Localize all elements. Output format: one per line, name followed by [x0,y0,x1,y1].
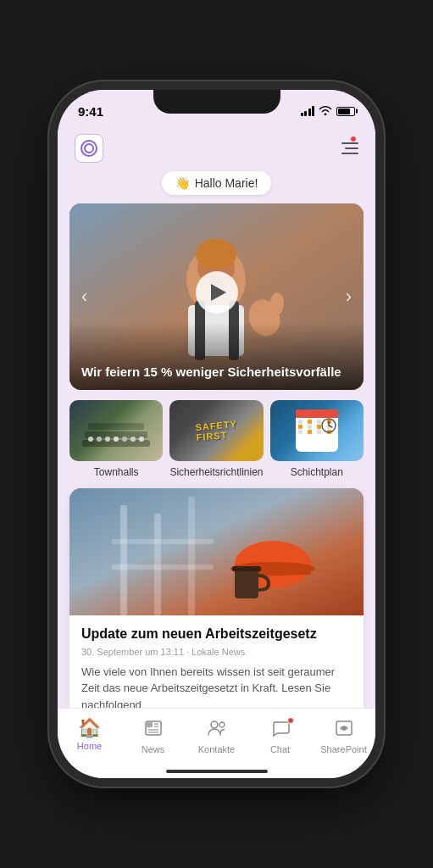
svg-point-15 [114,437,119,442]
app-logo [75,134,103,163]
news-icon [144,719,163,741]
svg-point-39 [211,721,218,728]
svg-point-13 [97,437,102,442]
greeting-bar: 👋 Hallo Marie! [58,166,375,203]
svg-point-8 [270,292,284,314]
svg-point-18 [139,437,144,442]
safety-text: SAFETYFIRST [195,419,238,442]
notification-dot [350,136,357,142]
tab-home[interactable]: 🏠 Home [58,715,121,754]
app-content[interactable]: 👋 Hallo Marie! [58,127,375,708]
sharepoint-icon [334,719,354,741]
quick-link-townhalls[interactable]: Townhalls [69,400,163,478]
hero-section[interactable]: ‹ › Wir feiern 15 % weniger Sicherheitsv… [69,203,364,390]
svg-point-40 [219,722,225,727]
svg-rect-25 [188,497,195,615]
menu-line [345,147,358,149]
svg-point-14 [105,437,110,442]
chat-badge-dot [287,717,294,724]
tab-news-label: News [142,744,165,754]
wifi-icon [319,105,332,118]
hero-prev-button[interactable]: ‹ [73,277,96,316]
contacts-icon [207,719,227,741]
logo-circle-icon [80,140,97,157]
menu-line [341,153,358,154]
signal-icon [301,106,315,116]
svg-rect-27 [112,565,214,570]
menu-button[interactable] [330,134,358,163]
chat-icon [270,721,291,742]
notch [153,90,280,114]
svg-rect-26 [112,539,214,544]
hero-next-button[interactable]: › [337,277,360,316]
svg-point-17 [130,437,136,442]
svg-point-12 [88,437,93,442]
quick-link-safety[interactable]: SAFETYFIRST Sicherheitsrichtlinien [169,400,263,478]
svg-rect-11 [88,423,144,430]
greeting-text: Hallo Marie! [195,176,258,190]
greeting-pill: 👋 Hallo Marie! [162,171,272,195]
svg-rect-22 [69,488,364,615]
home-indicator [166,770,268,773]
app-header [58,127,375,166]
hero-overlay [69,322,364,390]
play-button[interactable] [196,271,238,314]
battery-icon [336,107,355,116]
schedule-label: Schichtplan [291,466,343,478]
tab-sharepoint-label: SharePoint [320,744,366,754]
svg-point-16 [122,437,127,442]
chat-badge-container [270,719,291,741]
news-excerpt: Wie viele von Ihnen bereits wissen ist s… [81,664,352,708]
tab-news[interactable]: News [121,715,185,758]
svg-rect-34 [146,721,153,727]
safety-image: SAFETYFIRST [169,400,263,461]
tab-bar: 🏠 Home News [58,708,375,778]
news-title: Update zum neuen Arbeitszeitgesetz [81,626,352,643]
phone-frame: 9:41 [58,90,375,778]
news-body: Update zum neuen Arbeitszeitgesetz 30. S… [69,615,364,708]
svg-point-3 [196,239,236,270]
schedule-image [270,400,364,461]
status-icons [301,105,356,118]
news-meta: 30. September um 13:11 · Lokale News [81,647,352,657]
safety-label: Sicherheitsrichtlinien [169,466,263,478]
tab-chat[interactable]: Chat [248,715,312,758]
news-image [69,488,364,615]
tab-sharepoint[interactable]: SharePoint [312,715,375,758]
home-icon: 🏠 [78,719,101,737]
townhall-image [69,400,163,461]
status-time: 9:41 [78,104,103,119]
news-card[interactable]: Update zum neuen Arbeitszeitgesetz 30. S… [69,488,364,708]
svg-line-21 [329,426,332,427]
quick-link-schedule[interactable]: Schichtplan [270,400,364,478]
menu-line [341,142,358,144]
tab-contacts[interactable]: Kontakte [185,715,248,758]
play-icon [211,284,226,301]
tab-home-label: Home [77,741,102,751]
quick-links: Townhalls SAFETYFIRST Sicherheitsrichtli… [58,390,375,488]
svg-rect-23 [120,505,127,615]
hero-title: Wir feiern 15 % weniger Sicherheitsvorfä… [81,364,352,381]
tab-contacts-label: Kontakte [198,744,235,754]
calendar-mini [296,409,338,452]
greeting-emoji: 👋 [175,176,190,190]
townhall-label: Townhalls [94,466,139,478]
svg-rect-31 [235,569,258,598]
svg-rect-32 [232,566,261,571]
tab-chat-label: Chat [270,744,290,754]
svg-point-42 [342,726,346,730]
